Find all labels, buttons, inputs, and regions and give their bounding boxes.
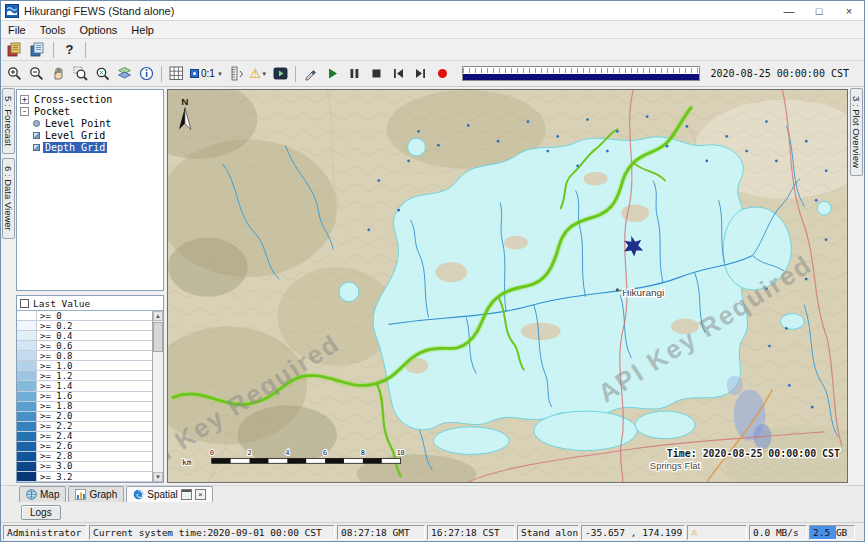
- menu-tools[interactable]: Tools: [33, 21, 73, 38]
- profile-scale-dropdown[interactable]: [226, 63, 247, 84]
- warning-icon: ⚠: [250, 67, 262, 80]
- step-forward-button[interactable]: [410, 63, 431, 84]
- zoom-extent-button[interactable]: [92, 63, 113, 84]
- scroll-down-icon[interactable]: ▼: [153, 472, 163, 482]
- legend-row: >= 0.6: [17, 341, 152, 351]
- pan-button[interactable]: [48, 63, 69, 84]
- tab-graph[interactable]: Graph: [68, 486, 124, 502]
- legend-threshold-label: >= 1.6: [37, 392, 76, 401]
- legend-main: >= 0>= 0.2>= 0.4>= 0.6>= 0.8>= 1.0>= 1.2…: [17, 311, 163, 482]
- legend-scrollbar[interactable]: ▲ ▼: [152, 311, 163, 482]
- minimize-button[interactable]: —: [774, 1, 804, 20]
- status-warning-cell[interactable]: ⚠: [687, 525, 747, 540]
- app-logo-icon: [5, 4, 19, 18]
- tab-plot-overview[interactable]: 3 : Plot Overview: [850, 88, 863, 176]
- legend-threshold-label: >= 0.4: [37, 331, 76, 340]
- tab-spatial-label: Spatial: [147, 489, 178, 500]
- step-backward-button[interactable]: [388, 63, 409, 84]
- legend-color-swatch: [17, 341, 37, 350]
- legend-color-swatch: [17, 402, 37, 411]
- interval-label: 0:1: [201, 68, 215, 79]
- last-value-checkbox[interactable]: [20, 299, 29, 308]
- tree-item-label: Pocket: [32, 106, 72, 117]
- tree-item[interactable]: -Pocket: [17, 105, 163, 117]
- database-viewer-icon[interactable]: [27, 39, 48, 60]
- tree-item[interactable]: Level Grid: [17, 129, 163, 141]
- town-label-springs-flat: Springs Flat: [650, 460, 701, 471]
- tree-item[interactable]: Level Point: [17, 117, 163, 129]
- map-canvas[interactable]: API Key Required API Key Required Hikura…: [167, 89, 848, 483]
- scroll-up-icon[interactable]: ▲: [153, 311, 163, 321]
- status-mode: Stand alone: [517, 525, 579, 540]
- legend-threshold-label: >= 2.4: [37, 432, 76, 441]
- legend-row: >= 1.0: [17, 361, 152, 371]
- left-panel: +Cross-section-PocketLevel PointLevel Gr…: [16, 87, 166, 485]
- svg-text:8: 8: [361, 449, 365, 457]
- legend-row: >= 1.4: [17, 381, 152, 391]
- tab-map[interactable]: Map: [19, 486, 66, 502]
- logs-button[interactable]: Logs: [21, 505, 61, 520]
- tree-item-label: Cross-section: [32, 94, 114, 105]
- close-panel-button[interactable]: ×: [195, 489, 206, 500]
- menu-help[interactable]: Help: [124, 21, 161, 38]
- status-transfer-rate: 0.0 MB/s: [749, 525, 807, 540]
- log-browser-icon[interactable]: [4, 39, 25, 60]
- legend-row: >= 1.2: [17, 371, 152, 381]
- interval-dropdown[interactable]: 0:1 ▼: [188, 68, 225, 79]
- tree: +Cross-section-PocketLevel PointLevel Gr…: [16, 89, 164, 291]
- menu-file[interactable]: File: [1, 21, 33, 38]
- tree-item[interactable]: Depth Grid: [17, 141, 163, 153]
- legend-threshold-label: >= 1.4: [37, 381, 76, 390]
- legend-header: Last Value: [17, 296, 163, 311]
- legend-row: >= 0: [17, 311, 152, 321]
- legend-threshold-label: >= 0.6: [37, 341, 76, 350]
- locate-tool-button[interactable]: [300, 63, 321, 84]
- tab-data-viewer[interactable]: 6 : Data Viewer: [2, 158, 15, 239]
- legend-threshold-label: >= 2.2: [37, 422, 76, 431]
- close-button[interactable]: ×: [834, 1, 864, 20]
- zoom-in-button[interactable]: [4, 63, 25, 84]
- maximize-button[interactable]: □: [804, 1, 834, 20]
- animation-display-button[interactable]: [270, 63, 291, 84]
- maximize-panel-button[interactable]: [181, 489, 192, 500]
- legend-color-swatch: [17, 442, 37, 451]
- menu-options[interactable]: Options: [72, 21, 124, 38]
- map-time-label: Time: 2020-08-25 00:00:00 CST: [667, 448, 840, 459]
- right-tab-strip: 3 : Plot Overview: [849, 87, 864, 485]
- legend-row: >= 0.2: [17, 321, 152, 331]
- layers-button[interactable]: [114, 63, 135, 84]
- bottom-tab-bar: Map Graph Spatial ×: [1, 485, 864, 502]
- scrollbar-track[interactable]: [153, 321, 163, 472]
- status-system-time: Current system time:2020-09-01 00:00 CST: [89, 525, 335, 540]
- tab-forecast[interactable]: 5 : Forecast: [2, 88, 15, 154]
- legend-threshold-label: >= 2.8: [37, 452, 76, 461]
- warning-threshold-dropdown[interactable]: ⚠▼: [248, 63, 269, 84]
- play-button[interactable]: [322, 63, 343, 84]
- legend-row: >= 2.2: [17, 422, 152, 432]
- toolbar-datetime: 2020-08-25 00:00:00 CST: [709, 68, 861, 79]
- scrollbar-thumb[interactable]: [153, 322, 163, 352]
- help-button[interactable]: ?: [59, 39, 80, 60]
- timeline-slider[interactable]: [462, 66, 700, 81]
- legend-color-swatch: [17, 412, 37, 421]
- tree-item-label: Level Point: [43, 118, 113, 129]
- tree-expander-icon[interactable]: -: [20, 107, 29, 116]
- stop-button[interactable]: [366, 63, 387, 84]
- main-toolbar: ?: [1, 39, 864, 61]
- window-title: Hikurangi FEWS (Stand alone): [24, 5, 174, 17]
- info-button[interactable]: [136, 63, 157, 84]
- toolbar-separator: [85, 42, 86, 58]
- zoom-out-button[interactable]: [26, 63, 47, 84]
- svg-text:km: km: [182, 458, 192, 467]
- tree-expander-icon[interactable]: +: [20, 95, 29, 104]
- legend-row: >= 1.8: [17, 402, 152, 412]
- title-bar: Hikurangi FEWS (Stand alone) — □ ×: [1, 1, 864, 21]
- zoom-window-button[interactable]: [70, 63, 91, 84]
- grid-display-button[interactable]: [166, 63, 187, 84]
- tab-spatial[interactable]: Spatial ×: [126, 486, 213, 502]
- legend-row: >= 2.4: [17, 432, 152, 442]
- tree-item[interactable]: +Cross-section: [17, 93, 163, 105]
- pause-button[interactable]: [344, 63, 365, 84]
- record-button[interactable]: [432, 63, 453, 84]
- legend-threshold-label: >= 0.2: [37, 321, 76, 330]
